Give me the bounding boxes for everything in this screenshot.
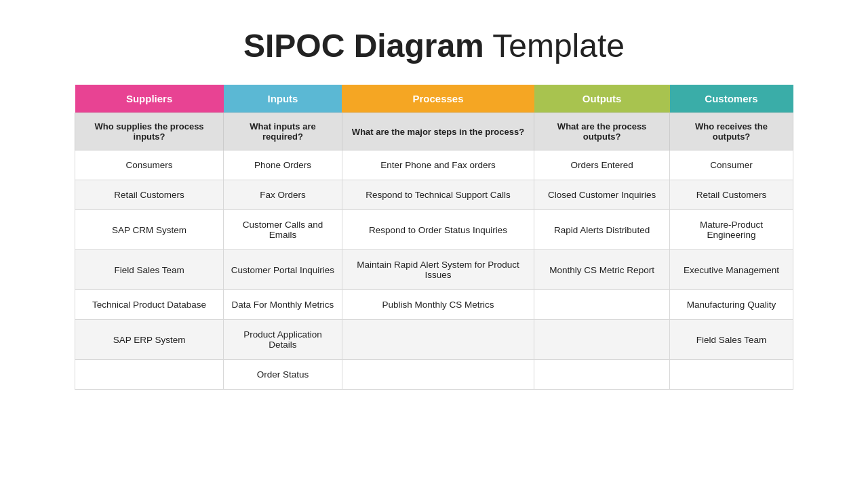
subheader-row: Who supplies the process inputs? What in… xyxy=(75,113,793,150)
cell-suppliers-6 xyxy=(75,360,224,390)
subheader-suppliers: Who supplies the process inputs? xyxy=(75,113,224,150)
sipoc-table: Suppliers Inputs Processes Outputs Custo… xyxy=(75,85,793,390)
header-row: Suppliers Inputs Processes Outputs Custo… xyxy=(75,85,793,113)
cell-suppliers-0: Consumers xyxy=(75,150,224,180)
sipoc-table-container: Suppliers Inputs Processes Outputs Custo… xyxy=(75,85,793,390)
cell-suppliers-3: Field Sales Team xyxy=(75,250,224,290)
cell-processes-1: Respond to Technical Support Calls xyxy=(342,180,534,210)
cell-inputs-6: Order Status xyxy=(224,360,342,390)
header-suppliers: Suppliers xyxy=(75,85,224,113)
cell-suppliers-2: SAP CRM System xyxy=(75,210,224,250)
table-row: Order Status xyxy=(75,360,793,390)
subheader-customers: Who receives the outputs? xyxy=(670,113,793,150)
subheader-processes: What are the major steps in the process? xyxy=(342,113,534,150)
table-body: ConsumersPhone OrdersEnter Phone and Fax… xyxy=(75,150,793,390)
cell-customers-3: Executive Management xyxy=(670,250,793,290)
cell-inputs-5: Product Application Details xyxy=(224,320,342,360)
cell-processes-4: Publish Monthly CS Metrics xyxy=(342,290,534,320)
cell-outputs-1: Closed Customer Inquiries xyxy=(534,180,670,210)
cell-suppliers-4: Technical Product Database xyxy=(75,290,224,320)
cell-outputs-5 xyxy=(534,320,670,360)
cell-inputs-0: Phone Orders xyxy=(224,150,342,180)
table-row: Retail CustomersFax OrdersRespond to Tec… xyxy=(75,180,793,210)
cell-customers-4: Manufacturing Quality xyxy=(670,290,793,320)
cell-processes-5 xyxy=(342,320,534,360)
cell-outputs-2: Rapid Alerts Distributed xyxy=(534,210,670,250)
cell-processes-6 xyxy=(342,360,534,390)
cell-customers-0: Consumer xyxy=(670,150,793,180)
header-customers: Customers xyxy=(670,85,793,113)
title-light: Template xyxy=(484,28,625,64)
cell-suppliers-1: Retail Customers xyxy=(75,180,224,210)
header-inputs: Inputs xyxy=(224,85,342,113)
cell-outputs-0: Orders Entered xyxy=(534,150,670,180)
cell-inputs-1: Fax Orders xyxy=(224,180,342,210)
cell-processes-0: Enter Phone and Fax orders xyxy=(342,150,534,180)
cell-inputs-2: Customer Calls and Emails xyxy=(224,210,342,250)
cell-suppliers-5: SAP ERP System xyxy=(75,320,224,360)
title-bold: SIPOC Diagram xyxy=(243,28,484,64)
page-title: SIPOC Diagram Template xyxy=(243,27,625,64)
cell-customers-1: Retail Customers xyxy=(670,180,793,210)
table-row: SAP CRM SystemCustomer Calls and EmailsR… xyxy=(75,210,793,250)
cell-inputs-3: Customer Portal Inquiries xyxy=(224,250,342,290)
subheader-outputs: What are the process outputs? xyxy=(534,113,670,150)
subheader-inputs: What inputs are required? xyxy=(224,113,342,150)
cell-inputs-4: Data For Monthly Metrics xyxy=(224,290,342,320)
table-row: SAP ERP SystemProduct Application Detail… xyxy=(75,320,793,360)
table-row: Field Sales TeamCustomer Portal Inquirie… xyxy=(75,250,793,290)
cell-customers-6 xyxy=(670,360,793,390)
cell-outputs-3: Monthly CS Metric Report xyxy=(534,250,670,290)
cell-outputs-6 xyxy=(534,360,670,390)
cell-customers-5: Field Sales Team xyxy=(670,320,793,360)
table-row: Technical Product DatabaseData For Month… xyxy=(75,290,793,320)
cell-processes-3: Maintain Rapid Alert System for Product … xyxy=(342,250,534,290)
header-processes: Processes xyxy=(342,85,534,113)
cell-customers-2: Mature-Product Engineering xyxy=(670,210,793,250)
cell-outputs-4 xyxy=(534,290,670,320)
header-outputs: Outputs xyxy=(534,85,670,113)
cell-processes-2: Respond to Order Status Inquiries xyxy=(342,210,534,250)
table-row: ConsumersPhone OrdersEnter Phone and Fax… xyxy=(75,150,793,180)
